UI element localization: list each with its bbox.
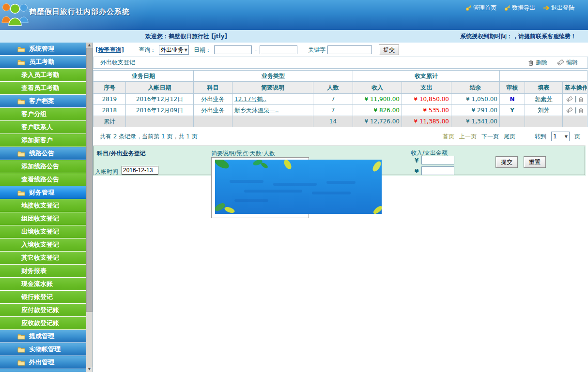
sidebar-item-label: 查看线路公告 bbox=[21, 175, 59, 184]
sidebar-item-应付款登记账[interactable]: 应付款登记账 bbox=[0, 304, 86, 317]
sidebar-item-label: 其它收支登记 bbox=[21, 253, 59, 262]
sidebar-item-查看员工考勤[interactable]: 查看员工考勤 bbox=[0, 82, 86, 95]
sidebar-item-应收款登记账[interactable]: 应收款登记账 bbox=[0, 317, 86, 330]
desc-label-prefix: 简要说明/ bbox=[211, 150, 236, 157]
sidebar-scrollbar[interactable]: ▲ ▼ bbox=[86, 43, 93, 372]
sidebar-item-partial[interactable] bbox=[0, 369, 86, 372]
sidebar-item-客户分组[interactable]: 客户分组 bbox=[0, 108, 86, 121]
keyword-input[interactable] bbox=[327, 45, 372, 54]
total-people: 14 bbox=[313, 116, 353, 127]
sidebar-item-label: 出境收支登记 bbox=[21, 227, 59, 236]
sidebar-item-地接收支登记[interactable]: 地接收支登记 bbox=[0, 199, 86, 212]
tag-icon[interactable] bbox=[566, 107, 573, 113]
last-page-link[interactable]: 尾页 bbox=[504, 133, 515, 141]
prev-page-link[interactable]: 上一页 bbox=[459, 133, 477, 141]
folder-icon bbox=[17, 46, 25, 52]
sidebar-item-录入员工考勤[interactable]: 录入员工考勤 bbox=[0, 69, 86, 82]
edit-action[interactable]: 编辑 bbox=[557, 59, 578, 67]
people-cell: 7 bbox=[313, 105, 353, 116]
entry-time-input[interactable] bbox=[122, 166, 158, 175]
sidebar-item-员工考勤[interactable]: 员工考勤 bbox=[0, 56, 86, 69]
date-range-dash: - bbox=[255, 46, 257, 53]
sidebar-item-实物帐管理[interactable]: 实物帐管理 bbox=[0, 343, 86, 356]
income-amount-input[interactable] bbox=[421, 156, 454, 164]
sidebar-item-添加线路公告[interactable]: 添加线路公告 bbox=[0, 160, 86, 173]
desc-link[interactable]: 12.17号鹤.. bbox=[234, 96, 266, 103]
sidebar-item-客户档案[interactable]: 客户档案 bbox=[0, 95, 86, 108]
sidebar-item-添加新客户[interactable]: 添加新客户 bbox=[0, 134, 86, 147]
col-header: 支出 bbox=[402, 82, 451, 94]
table-header-row: 序号 入帐日期 科目 简要说明 人数 收入 支出 结余 审核 填表 基本操作 bbox=[93, 82, 588, 94]
query-submit-button[interactable]: 提交 bbox=[379, 45, 399, 55]
section-bar: 外出收支登记 删除 编辑 bbox=[93, 57, 588, 69]
sidebar-item-现金流水账[interactable]: 现金流水账 bbox=[0, 278, 86, 291]
next-page-link[interactable]: 下一页 bbox=[481, 133, 499, 141]
date-cell: 2016年12月09日 bbox=[126, 105, 194, 116]
table-row: 2819 2016年12月12日 外出业务 12.17号鹤.. 7 ¥ 11,9… bbox=[93, 94, 588, 105]
nav-data-export[interactable]: 数据导出 bbox=[504, 4, 535, 12]
filler-link[interactable]: 刘芳 bbox=[538, 107, 550, 114]
page-suffix: 页 bbox=[574, 133, 580, 141]
sidebar-item-财务管理[interactable]: 财务管理 bbox=[0, 186, 86, 199]
sidebar-item-入境收支登记[interactable]: 入境收支登记 bbox=[0, 238, 86, 252]
desc-link[interactable]: 新乡天沐温泉一.. bbox=[234, 107, 279, 114]
sidebar-item-label: 应收款登记账 bbox=[21, 319, 59, 327]
record-summary: 共有 2 条记录，当前第 1 页，共 1 页 bbox=[100, 133, 198, 141]
season-query-link[interactable]: [按季查询] bbox=[95, 46, 124, 54]
row-operations: | bbox=[565, 107, 585, 114]
nav-logout[interactable]: 退出登陆 bbox=[543, 4, 574, 12]
date-from-input[interactable] bbox=[214, 45, 252, 54]
sidebar-item-label: 员工考勤 bbox=[29, 58, 54, 66]
form-reset-button[interactable]: 重置 bbox=[524, 156, 546, 168]
sidebar-item-银行账登记[interactable]: 银行账登记 bbox=[0, 291, 86, 304]
sidebar-item-系统管理[interactable]: 系统管理 bbox=[0, 43, 86, 56]
expense-cell: ¥ 535.00 bbox=[402, 105, 451, 116]
sidebar-item-外出管理[interactable]: 外出管理 bbox=[0, 356, 86, 369]
records-table: 业务日期 业务类型 收支累计 序号 入帐日期 科目 简要说明 人数 收入 支出 … bbox=[93, 70, 588, 127]
scrollbar-thumb[interactable] bbox=[86, 48, 93, 312]
form-submit-button[interactable]: 提交 bbox=[495, 156, 518, 168]
key-icon bbox=[504, 5, 511, 11]
sidebar-item-label: 银行账登记 bbox=[21, 293, 53, 301]
business-type-value: 外出业务 bbox=[160, 46, 184, 54]
sidebar-item-线路公告[interactable]: 线路公告 bbox=[0, 147, 86, 160]
business-type-select[interactable]: 外出业务 ▼ bbox=[159, 45, 189, 55]
nav-admin-home[interactable]: 管理首页 bbox=[465, 4, 496, 12]
tag-icon bbox=[557, 60, 564, 66]
expense-amount-input[interactable] bbox=[421, 166, 454, 175]
first-page-link[interactable]: 首页 bbox=[443, 133, 454, 141]
sidebar-item-提成管理[interactable]: 提成管理 bbox=[0, 330, 86, 343]
filler-link[interactable]: 郭素芳 bbox=[535, 96, 553, 103]
trash-icon[interactable] bbox=[578, 107, 584, 113]
trash-icon bbox=[528, 60, 534, 66]
op-separator: | bbox=[574, 107, 576, 114]
folder-icon bbox=[17, 346, 25, 353]
folder-icon bbox=[17, 98, 25, 104]
sidebar-item-其它收支登记[interactable]: 其它收支登记 bbox=[0, 252, 86, 265]
sidebar-item-客户联系人[interactable]: 客户联系人 bbox=[0, 121, 86, 134]
scroll-down-icon[interactable]: ▼ bbox=[86, 367, 93, 372]
trash-icon[interactable] bbox=[578, 96, 584, 102]
page-select[interactable]: 1 ▼ bbox=[551, 132, 570, 141]
delete-action[interactable]: 删除 bbox=[528, 59, 547, 67]
welcome-bar: 欢迎您：鹤壁假日旅行社 [jtly] 系统授权到期时间：，请提前联系客服续费！ bbox=[0, 30, 588, 43]
sidebar-item-出境收支登记[interactable]: 出境收支登记 bbox=[0, 225, 86, 238]
sidebar-item-label: 财务报表 bbox=[21, 267, 46, 275]
scroll-up-icon[interactable]: ▲ bbox=[86, 43, 93, 48]
desc-label: 简要说明/景点·天数·人数 bbox=[211, 149, 275, 158]
col-header: 填表 bbox=[525, 82, 563, 94]
folder-icon bbox=[17, 150, 25, 157]
query-label: 查询： bbox=[139, 46, 156, 54]
col-header: 结余 bbox=[451, 82, 500, 94]
col-header: 审核 bbox=[500, 82, 525, 94]
desc-label-detail: 景点·天数·人数 bbox=[236, 150, 275, 157]
app-title: 鹤壁假日旅行社内部办公系统 bbox=[29, 7, 130, 16]
sidebar-item-组团收支登记[interactable]: 组团收支登记 bbox=[0, 212, 86, 225]
tag-icon[interactable] bbox=[566, 96, 573, 102]
date-to-input[interactable] bbox=[260, 45, 297, 54]
income-cell: ¥ 11,900.00 bbox=[353, 94, 402, 105]
keyword-label: 关键字 bbox=[308, 46, 325, 54]
sidebar-item-查看线路公告[interactable]: 查看线路公告 bbox=[0, 173, 86, 186]
folder-icon bbox=[17, 333, 25, 340]
sidebar-item-财务报表[interactable]: 财务报表 bbox=[0, 265, 86, 278]
